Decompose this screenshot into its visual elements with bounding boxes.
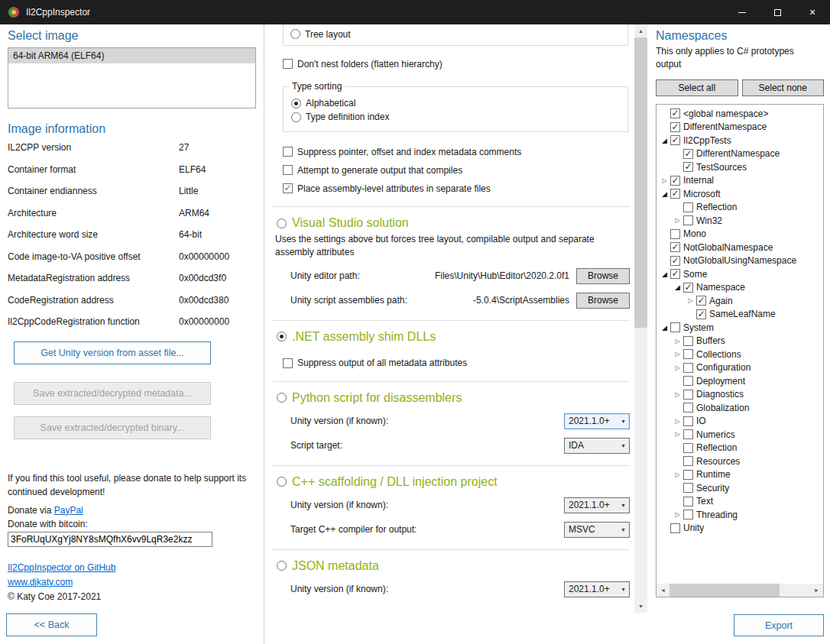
tree-item[interactable]: Reflection — [657, 200, 823, 214]
tree-item[interactable]: ▷Numerics — [657, 428, 823, 442]
tree-item[interactable]: ▷Again — [657, 294, 823, 308]
browse-assemblies-path-button[interactable]: Browse — [576, 293, 630, 309]
tree-item[interactable]: Security — [657, 481, 823, 495]
script-assemblies-path-input[interactable]: -5.0.4\ScriptAssemblies — [407, 295, 569, 306]
scrollbar-thumb[interactable] — [634, 37, 647, 328]
tree-item[interactable]: Globalization — [657, 401, 823, 415]
cpp-scaffolding-radio[interactable]: C++ scaffolding / DLL injection project — [277, 475, 630, 489]
tree-item[interactable]: NotGlobalUsingNamespace — [657, 254, 823, 267]
tree-item[interactable]: ◢Microsoft — [657, 187, 823, 201]
scrollbar-track[interactable] — [670, 584, 810, 597]
tree-item-checkbox[interactable] — [683, 443, 693, 453]
paypal-link[interactable]: PayPal — [54, 505, 83, 516]
tree-item-checkbox[interactable] — [683, 483, 693, 493]
tree-item-checkbox[interactable] — [670, 189, 680, 199]
tree-item[interactable]: Reflection — [657, 441, 823, 455]
tree-item-checkbox[interactable] — [683, 429, 693, 439]
python-unity-version-select[interactable]: 2021.1.0+ ▼ — [564, 413, 630, 429]
scroll-left-button[interactable]: ◄ — [657, 584, 670, 597]
browse-editor-path-button[interactable]: Browse — [576, 268, 630, 284]
expand-arrow-icon[interactable]: ▷ — [672, 338, 683, 345]
tree-item[interactable]: ▷Runtime — [657, 468, 823, 481]
tree-layout-radio[interactable]: Tree layout — [290, 28, 627, 40]
bitcoin-address-input[interactable] — [8, 532, 212, 547]
scroll-right-button[interactable]: ► — [810, 584, 823, 597]
tree-item-checkbox[interactable] — [670, 523, 680, 533]
tree-item-checkbox[interactable] — [683, 149, 693, 159]
tree-item[interactable]: ▷Diagnostics — [657, 387, 823, 401]
tree-item[interactable]: ▷Threading — [657, 508, 823, 522]
compilable-output-checkbox[interactable]: Attempt to generate output that compiles — [283, 163, 630, 176]
tree-item[interactable]: ◢Some — [657, 267, 823, 281]
github-link[interactable]: Il2CppInspector on GitHub — [8, 562, 115, 573]
tree-item-checkbox[interactable] — [670, 322, 680, 332]
tree-item-checkbox[interactable] — [670, 135, 680, 145]
cpp-compiler-select[interactable]: MSVC ▼ — [564, 522, 630, 538]
tree-item-checkbox[interactable] — [683, 215, 693, 225]
json-unity-version-select[interactable]: 2021.1.0+ ▼ — [564, 581, 630, 597]
flatten-hierarchy-checkbox[interactable]: Don't nest folders (flatten hierarchy) — [283, 57, 630, 70]
unity-editor-path-input[interactable]: Files\Unity\Hub\Editor\2020.2.0f1 — [360, 270, 569, 281]
expand-arrow-icon[interactable]: ▷ — [672, 511, 683, 518]
collapse-arrow-icon[interactable]: ◢ — [659, 137, 670, 144]
expand-arrow-icon[interactable]: ▷ — [672, 364, 683, 371]
tree-item[interactable]: ▷Configuration — [657, 361, 823, 374]
tree-item-checkbox[interactable] — [683, 456, 693, 466]
tree-item[interactable]: <global namespace> — [657, 107, 823, 121]
sort-alphabetical-radio[interactable]: Alphabetical — [291, 96, 627, 110]
scroll-down-button[interactable]: ▼ — [634, 600, 647, 613]
tree-item-checkbox[interactable] — [683, 349, 693, 359]
tree-item-checkbox[interactable] — [670, 176, 680, 186]
tree-item-checkbox[interactable] — [683, 403, 693, 413]
tree-item[interactable]: Mono — [657, 227, 823, 241]
tree-item-checkbox[interactable] — [683, 162, 693, 172]
expand-arrow-icon[interactable]: ▷ — [672, 217, 683, 224]
export-button[interactable]: Export — [734, 614, 824, 636]
select-none-button[interactable]: Select none — [742, 79, 825, 96]
tree-item[interactable]: ▷Win32 — [657, 214, 823, 228]
tree-item-checkbox[interactable] — [683, 202, 693, 212]
tree-item-checkbox[interactable] — [683, 376, 693, 386]
tree-item-checkbox[interactable] — [683, 416, 693, 426]
website-link[interactable]: www.djkaty.com — [8, 577, 73, 587]
tree-item-checkbox[interactable] — [683, 510, 693, 519]
tree-item[interactable]: ◢System — [657, 321, 823, 335]
tree-item-checkbox[interactable] — [670, 108, 680, 118]
tree-item[interactable]: ▷Collections — [657, 348, 823, 361]
suppress-attributes-checkbox[interactable]: Suppress output of all metadata attribut… — [283, 357, 630, 370]
tree-item-checkbox[interactable] — [670, 122, 680, 132]
tree-item[interactable]: ◢Il2CppTests — [657, 134, 823, 147]
expand-arrow-icon[interactable]: ▷ — [672, 391, 683, 398]
tree-item[interactable]: Resources — [657, 455, 823, 468]
tree-item-checkbox[interactable] — [683, 470, 693, 480]
tree-item[interactable]: DifferentNamespace — [657, 120, 823, 134]
image-list-item[interactable]: 64-bit ARM64 (ELF64) — [8, 48, 255, 63]
image-listbox[interactable]: 64-bit ARM64 (ELF64) — [8, 47, 256, 108]
tree-item-checkbox[interactable] — [670, 269, 680, 279]
sort-type-index-radio[interactable]: Type definition index — [291, 110, 627, 124]
tree-item[interactable]: ▷Buffers — [657, 334, 823, 348]
collapse-arrow-icon[interactable]: ◢ — [672, 283, 683, 291]
tree-item[interactable]: SameLeafName — [657, 307, 823, 321]
close-button[interactable]: × — [795, 0, 830, 24]
expand-arrow-icon[interactable]: ▷ — [672, 418, 683, 425]
python-script-radio[interactable]: Python script for disassemblers — [277, 391, 630, 405]
tree-item-checkbox[interactable] — [696, 296, 706, 306]
collapse-arrow-icon[interactable]: ◢ — [659, 270, 670, 278]
tree-item[interactable]: ▷Internal — [657, 173, 823, 187]
vs-solution-radio[interactable]: Visual Studio solution — [277, 216, 630, 230]
tree-item[interactable]: Text — [657, 494, 823, 508]
json-metadata-radio[interactable]: JSON metadata — [277, 559, 630, 573]
expand-arrow-icon[interactable]: ▷ — [659, 177, 670, 184]
suppress-comments-checkbox[interactable]: Suppress pointer, offset and index metad… — [283, 145, 630, 158]
tree-item-checkbox[interactable] — [670, 256, 680, 266]
cpp-unity-version-select[interactable]: 2021.1.0+ ▼ — [564, 497, 630, 513]
shim-dlls-radio[interactable]: .NET assembly shim DLLs — [277, 330, 630, 344]
collapse-arrow-icon[interactable]: ◢ — [659, 190, 670, 198]
scrollbar-track[interactable] — [634, 37, 647, 600]
tree-item[interactable]: TestSources — [657, 160, 823, 174]
tree-item-checkbox[interactable] — [683, 390, 693, 400]
tree-item-checkbox[interactable] — [683, 336, 693, 346]
tree-item-checkbox[interactable] — [696, 309, 706, 319]
scrollbar-thumb[interactable] — [670, 584, 780, 597]
